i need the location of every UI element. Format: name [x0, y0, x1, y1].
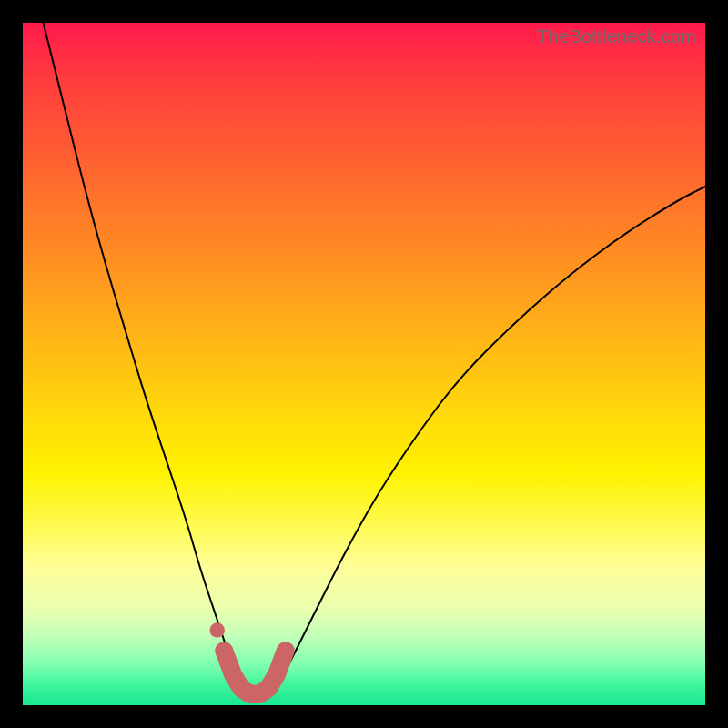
- bottleneck-curve: [44, 23, 706, 695]
- marker-dot: [210, 622, 226, 638]
- chart-frame: TheBottleneck.com: [23, 23, 705, 705]
- marker-u: [224, 651, 286, 694]
- bottleneck-chart: [23, 23, 705, 705]
